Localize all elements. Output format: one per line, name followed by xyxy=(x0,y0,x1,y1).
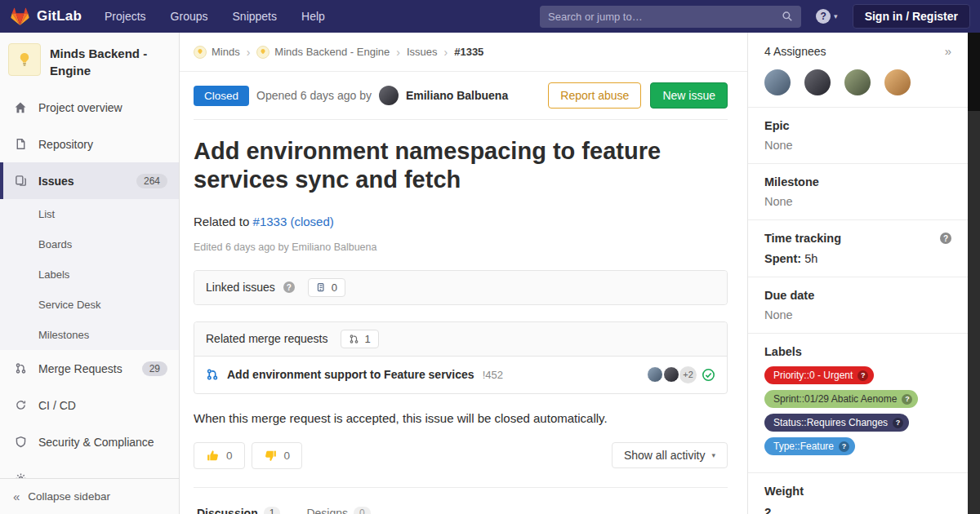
assignees-section: 4 Assignees » xyxy=(748,33,968,108)
activity-filter-dropdown[interactable]: Show all activity ▾ xyxy=(612,442,728,468)
gitlab-tanuki-icon xyxy=(10,7,30,27)
related-mrs-panel: Related merge requests 1 Add environme xyxy=(194,321,728,394)
nav-help[interactable]: Help xyxy=(301,10,325,23)
merge-request-icon xyxy=(13,361,28,376)
award-row: 0 0 Show all activity ▾ xyxy=(194,442,728,488)
document-icon xyxy=(13,137,28,152)
mr-more-assignees-badge[interactable]: +2 xyxy=(679,366,697,383)
milestone-section: Milestone None xyxy=(748,164,968,220)
help-question-icon[interactable]: ? xyxy=(940,233,951,244)
scrollbar-thumb[interactable] xyxy=(968,33,980,111)
ci-cd-icon xyxy=(13,398,28,413)
nav-snippets[interactable]: Snippets xyxy=(233,10,277,23)
breadcrumb-group[interactable]: Minds xyxy=(194,46,240,59)
chevron-down-icon: ▾ xyxy=(834,12,838,20)
linked-issues-label: Linked issues xyxy=(206,281,275,294)
related-issue-link[interactable]: #1333 (closed) xyxy=(253,215,334,228)
breadcrumb-separator: › xyxy=(396,46,400,59)
merge-request-row[interactable]: Add environment support to Feature servi… xyxy=(194,356,727,393)
search-input[interactable] xyxy=(548,11,782,23)
mr-approved-check-icon xyxy=(702,368,715,382)
page-scrollbar[interactable] xyxy=(968,33,980,514)
sidebar-subitem-service-desk[interactable]: Service Desk xyxy=(0,290,179,320)
help-dropdown[interactable]: ? ▾ xyxy=(816,9,838,24)
sidebar-subitem-boards[interactable]: Boards xyxy=(0,229,179,259)
assignee-avatar[interactable] xyxy=(884,69,911,95)
time-spent-line: Spent: 5h xyxy=(764,252,951,265)
navbar-menu: Projects Groups Snippets Help xyxy=(105,10,325,23)
home-icon xyxy=(13,100,28,115)
linked-issues-panel: Linked issues ? 0 xyxy=(194,270,728,305)
author-name[interactable]: Emiliano Balbuena xyxy=(406,89,508,102)
assignee-avatar[interactable] xyxy=(844,69,871,95)
due-date-value: None xyxy=(764,308,951,321)
sidebar-subitem-list[interactable]: List xyxy=(0,199,179,229)
sidebar-item-project-overview[interactable]: Project overview xyxy=(0,89,179,126)
shield-icon xyxy=(13,435,28,450)
label-priority-urgent[interactable]: Priority::0 - Urgent ? xyxy=(764,366,874,384)
sidebar-item-merge-requests[interactable]: Merge Requests 29 xyxy=(0,350,179,387)
gitlab-home-link[interactable]: GitLab xyxy=(10,7,82,27)
thumbs-up-icon xyxy=(206,449,220,463)
merge-request-title[interactable]: Add environment support to Feature servi… xyxy=(227,368,474,381)
label-status-requires-changes[interactable]: Status::Requires Changes ? xyxy=(764,414,909,432)
project-avatar xyxy=(8,43,41,76)
sidebar-subitem-labels[interactable]: Labels xyxy=(0,259,179,290)
chevron-double-left-icon: « xyxy=(13,490,20,503)
top-navbar: GitLab Projects Groups Snippets Help ? ▾… xyxy=(0,0,980,33)
scoped-label-help-icon: ? xyxy=(893,418,903,428)
help-question-icon[interactable]: ? xyxy=(283,281,295,293)
chevron-double-right-icon[interactable]: » xyxy=(945,44,951,58)
breadcrumb-separator: › xyxy=(444,46,448,59)
sidebar-item-ci-cd[interactable]: CI / CD xyxy=(0,387,179,423)
breadcrumb-issues[interactable]: Issues xyxy=(407,46,438,58)
merge-request-ref: !452 xyxy=(483,369,503,381)
assignees-avatars xyxy=(764,69,951,95)
issues-section: Issues 264 List Boards Labels Service De… xyxy=(0,162,179,350)
related-line: Related to #1333 (closed) xyxy=(194,215,728,228)
sidebar-item-repository[interactable]: Repository xyxy=(0,126,179,162)
breadcrumb-label: #1335 xyxy=(454,46,483,58)
related-prefix: Related to xyxy=(194,215,249,228)
tab-discussion[interactable]: Discussion 1 xyxy=(195,498,282,514)
issues-submenu: List Boards Labels Service Desk Mileston… xyxy=(0,199,179,350)
discussion-count-badge: 1 xyxy=(264,507,281,514)
sidebar-item-label: Repository xyxy=(38,138,167,151)
report-abuse-button[interactable]: Report abuse xyxy=(548,82,641,109)
sidebar-item-issues[interactable]: Issues 264 xyxy=(0,162,179,199)
mr-assignee-avatar[interactable] xyxy=(663,366,679,383)
global-search[interactable] xyxy=(540,6,801,28)
label-type-feature[interactable]: Type::Feature ? xyxy=(764,437,855,455)
author-avatar[interactable] xyxy=(379,86,399,105)
mr-assignee-avatar[interactable] xyxy=(647,366,663,383)
sidebar-subitem-milestones[interactable]: Milestones xyxy=(0,320,179,350)
assignee-avatar[interactable] xyxy=(764,69,791,95)
breadcrumb-project[interactable]: Minds Backend - Engine xyxy=(256,46,390,59)
due-date-section: Due date None xyxy=(748,277,968,334)
milestone-label: Milestone xyxy=(764,175,951,188)
new-issue-button[interactable]: New issue xyxy=(650,82,728,109)
sign-in-button[interactable]: Sign in / Register xyxy=(853,4,970,29)
labels-section: Labels Priority::0 - Urgent ? Sprint::01… xyxy=(748,334,968,473)
opened-text: Opened 6 days ago by xyxy=(256,89,372,102)
issue-tabs: Discussion 1 Designs 0 xyxy=(194,498,728,514)
assignee-avatar[interactable] xyxy=(804,69,831,95)
weight-section: Weight 2 xyxy=(748,473,968,514)
brand-name: GitLab xyxy=(37,8,82,24)
label-sprint[interactable]: Sprint::01/29 Abatic Aenome ? xyxy=(764,390,918,408)
collapse-sidebar-button[interactable]: « Collapse sidebar xyxy=(0,478,179,514)
sidebar-item-label: Security & Compliance xyxy=(38,436,167,449)
sidebar-item-security-compliance[interactable]: Security & Compliance xyxy=(0,423,179,460)
project-header[interactable]: Minds Backend - Engine xyxy=(0,33,179,89)
sidebar-item-label: CI / CD xyxy=(38,399,167,412)
tab-designs[interactable]: Designs 0 xyxy=(305,498,372,514)
thumbs-up-button[interactable]: 0 xyxy=(194,442,245,469)
weight-label: Weight xyxy=(764,485,951,498)
epic-section: Epic None xyxy=(748,108,968,164)
nav-groups[interactable]: Groups xyxy=(171,10,208,23)
breadcrumb-label: Minds xyxy=(212,46,240,58)
thumbs-down-button[interactable]: 0 xyxy=(252,442,303,469)
main-content: Minds › Minds Backend - Engine › Issues … xyxy=(180,33,747,514)
breadcrumb-issue-number: #1335 xyxy=(454,46,483,58)
nav-projects[interactable]: Projects xyxy=(105,10,146,23)
